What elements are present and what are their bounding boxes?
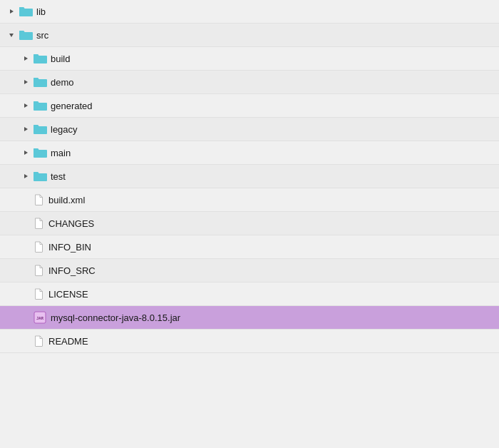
item-label: generated [51, 101, 93, 111]
item-label: CHANGES [48, 218, 94, 229]
tree-item-info-src[interactable]: INFO_SRC [0, 259, 499, 282]
item-label: README [48, 336, 88, 347]
tree-item-lib[interactable]: lib [0, 0, 499, 24]
folder-icon [33, 147, 47, 158]
file-tree: lib src build demo generated legacy main… [0, 0, 499, 353]
tree-item-src[interactable]: src [0, 24, 499, 47]
svg-marker-1 [9, 34, 14, 37]
item-label: demo [51, 77, 74, 88]
tree-item-build[interactable]: build [0, 47, 499, 71]
item-label: INFO_SRC [48, 265, 96, 276]
jar-icon: JAR [33, 310, 47, 325]
tree-item-license[interactable]: LICENSE [0, 282, 499, 306]
file-icon [33, 217, 44, 230]
file-icon [33, 335, 44, 347]
tree-item-build-xml[interactable]: build.xml [0, 188, 499, 212]
expand-icon[interactable] [20, 170, 31, 182]
svg-text:JAR: JAR [36, 316, 44, 320]
item-label: legacy [51, 124, 78, 135]
svg-marker-7 [24, 174, 28, 178]
item-label: build.xml [48, 195, 85, 205]
item-label: LICENSE [48, 289, 88, 300]
spacer [20, 288, 31, 300]
folder-icon [33, 100, 47, 111]
spacer [20, 218, 31, 229]
expand-icon[interactable] [6, 6, 17, 17]
file-icon [33, 193, 44, 206]
svg-marker-4 [24, 103, 28, 108]
folder-icon [33, 76, 47, 88]
tree-item-test[interactable]: test [0, 165, 499, 188]
expand-icon[interactable] [20, 147, 31, 158]
tree-item-changes[interactable]: CHANGES [0, 212, 499, 235]
tree-item-info-bin[interactable]: INFO_BIN [0, 235, 499, 259]
tree-item-generated[interactable]: generated [0, 94, 499, 118]
expand-icon[interactable] [20, 53, 31, 64]
spacer [20, 241, 31, 253]
item-label: INFO_BIN [48, 242, 91, 253]
tree-item-demo[interactable]: demo [0, 71, 499, 94]
collapse-icon[interactable] [6, 29, 17, 41]
svg-marker-6 [24, 151, 28, 155]
spacer [20, 335, 31, 347]
expand-icon[interactable] [20, 100, 31, 111]
spacer [20, 194, 31, 205]
tree-item-mysql-connector[interactable]: JAR mysql-connector-java-8.0.15.jar [0, 306, 499, 330]
tree-item-readme[interactable]: README [0, 330, 499, 353]
item-label: mysql-connector-java-8.0.15.jar [51, 312, 180, 323]
spacer [20, 312, 31, 323]
item-label: test [51, 171, 66, 182]
item-label: build [51, 54, 70, 64]
folder-icon [33, 53, 47, 64]
expand-icon[interactable] [20, 123, 31, 135]
file-icon [33, 264, 44, 277]
folder-icon [19, 6, 33, 17]
spacer [20, 265, 31, 276]
svg-marker-2 [24, 56, 28, 61]
tree-item-main[interactable]: main [0, 141, 499, 165]
folder-icon [19, 29, 33, 41]
svg-marker-3 [24, 80, 28, 84]
item-label: lib [36, 6, 46, 17]
item-label: src [36, 30, 48, 41]
expand-icon[interactable] [20, 76, 31, 88]
svg-marker-5 [24, 127, 28, 131]
file-icon [33, 287, 44, 300]
item-label: main [51, 148, 71, 158]
folder-icon [33, 170, 47, 182]
folder-icon [33, 123, 47, 135]
tree-item-legacy[interactable]: legacy [0, 118, 499, 141]
file-icon [33, 240, 44, 253]
svg-marker-0 [10, 9, 14, 14]
